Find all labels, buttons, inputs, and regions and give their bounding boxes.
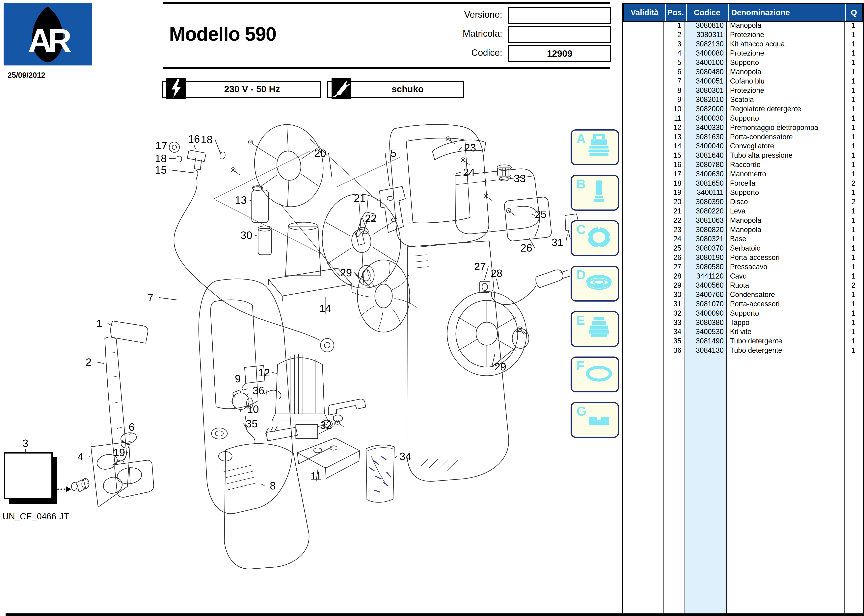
table-row: 293400560Ruota2 xyxy=(623,281,864,290)
cell-pos: 24 xyxy=(659,234,681,244)
table-row: 33082130Kit attacco acqua1 xyxy=(623,39,864,49)
codice-label: Codice: xyxy=(417,45,502,61)
oring-icon xyxy=(582,359,616,390)
table-body: 13080810Manopola123080311Protezione13308… xyxy=(623,22,864,613)
callout-leader xyxy=(355,273,372,288)
legend-box-e: E xyxy=(571,311,619,347)
page-title: Modello 590 xyxy=(169,23,276,45)
codice-input[interactable] xyxy=(508,45,611,62)
table-row: 53400100Supporto1 xyxy=(623,58,864,67)
cell-codice: 3441120 xyxy=(688,272,724,281)
cell-q: 1 xyxy=(844,318,863,327)
versione-input[interactable] xyxy=(508,7,611,24)
cell-den: Scatola xyxy=(730,95,841,104)
cell-den: Tubo alta pressione xyxy=(730,151,841,160)
callout-leader xyxy=(329,153,332,178)
callout-leader xyxy=(334,416,334,425)
cell-pos: 11 xyxy=(659,113,681,123)
cell-den: Serbatoio xyxy=(730,244,841,253)
cell-q: 1 xyxy=(844,67,863,76)
cell-q: 1 xyxy=(844,49,863,58)
callout-leader xyxy=(215,140,221,154)
cell-codice: 3400530 xyxy=(688,327,724,336)
table-row: 93082010Scatola1 xyxy=(623,95,864,104)
cell-codice: 3400080 xyxy=(688,49,724,58)
svg-text:AR: AR xyxy=(28,22,71,59)
cell-pos: 6 xyxy=(659,67,681,76)
cell-den: Convogliatore xyxy=(730,141,841,151)
cell-pos: 20 xyxy=(659,197,681,206)
plug-icon xyxy=(331,78,351,99)
legend-box-g: G xyxy=(571,402,619,438)
callout-leader xyxy=(273,372,277,373)
part-callout: 20 xyxy=(314,147,326,159)
part-callout: 7 xyxy=(148,292,153,303)
cell-pos: 4 xyxy=(659,49,681,58)
cell-q: 1 xyxy=(844,336,863,346)
cell-q: 1 xyxy=(844,76,863,86)
part-callout: 33 xyxy=(514,173,526,184)
table-row: 233080820Manopola1 xyxy=(623,225,864,234)
col-denominazione: Denominazione xyxy=(731,5,842,20)
matricola-input[interactable] xyxy=(508,26,611,43)
table-row: 333080380Tappo1 xyxy=(623,318,864,327)
cell-den: Protezione xyxy=(730,86,841,95)
cell-pos: 29 xyxy=(659,281,681,290)
cell-pos: 12 xyxy=(659,123,681,132)
part-callout: 15 xyxy=(155,164,167,176)
cell-q: 1 xyxy=(844,169,863,179)
bottom-rule xyxy=(6,613,864,616)
cell-pos: 5 xyxy=(659,58,681,67)
cell-pos: 31 xyxy=(659,299,681,308)
table-row: 353081490Tubo detergente1 xyxy=(623,336,864,346)
kit-inset-box xyxy=(4,453,53,499)
cell-pos: 9 xyxy=(659,95,681,104)
cell-den: Raccordo xyxy=(730,160,841,169)
cell-q: 1 xyxy=(844,272,863,281)
table-row: 313081070Porta-accessori1 xyxy=(623,299,864,308)
cell-den: Kit vite xyxy=(730,327,841,336)
cell-codice: 3400760 xyxy=(688,290,724,299)
table-row: 283441120Cavo1 xyxy=(623,272,864,281)
cell-codice: 3080370 xyxy=(688,244,724,253)
table-header: Validità Pos. Codice Denominazione Q xyxy=(623,3,864,22)
cell-codice: 3084130 xyxy=(688,346,724,355)
cell-pos: 13 xyxy=(659,132,681,141)
voltage-badge-label: 230 V - 50 Hz xyxy=(189,81,316,97)
cell-codice: 3400560 xyxy=(688,281,724,290)
cell-codice: 3080321 xyxy=(688,234,724,244)
table-row: 123400330Premontaggio elettropompa1 xyxy=(623,123,864,132)
cell-codice: 3400330 xyxy=(688,123,724,132)
cell-den: Protezione xyxy=(730,30,841,39)
cell-codice: 3080301 xyxy=(688,86,724,95)
table-row: 103082000Regolatore detergente1 xyxy=(623,104,864,113)
part-callout: 26 xyxy=(520,242,532,254)
part-callout: 18 xyxy=(155,152,167,164)
col-codice: Codice xyxy=(686,5,728,20)
cell-codice: 3082010 xyxy=(688,95,724,104)
table-row: 223081063Manopola1 xyxy=(623,216,864,225)
cell-pos: 19 xyxy=(659,188,681,197)
cell-codice: 3080580 xyxy=(688,262,724,272)
cell-den: Tappo xyxy=(730,318,841,327)
cell-q: 1 xyxy=(844,346,863,355)
cell-den: Manopola xyxy=(730,20,841,30)
cell-codice: 3080380 xyxy=(688,318,724,327)
part-callout: 21 xyxy=(354,192,366,204)
cell-codice: 3400051 xyxy=(688,76,724,86)
cell-den: Porta-condensatore xyxy=(730,132,841,141)
table-row: 343400530Kit vite1 xyxy=(623,327,864,336)
cell-den: Premontaggio elettropompa xyxy=(730,123,841,132)
cell-q: 1 xyxy=(844,39,863,49)
cell-codice: 3082000 xyxy=(688,104,724,113)
table-row: 203080390Disco2 xyxy=(623,197,864,206)
cell-den: Cofano blu xyxy=(730,76,841,86)
matricola-label: Matricola: xyxy=(417,25,502,41)
cell-pos: 1 xyxy=(659,20,681,30)
part-callout: 5 xyxy=(391,147,396,159)
cell-pos: 15 xyxy=(659,151,681,160)
cell-codice: 3081070 xyxy=(688,299,724,308)
col-pos: Pos. xyxy=(665,5,686,20)
part-callout: 8 xyxy=(270,480,276,492)
part-callout: 36 xyxy=(252,385,265,396)
